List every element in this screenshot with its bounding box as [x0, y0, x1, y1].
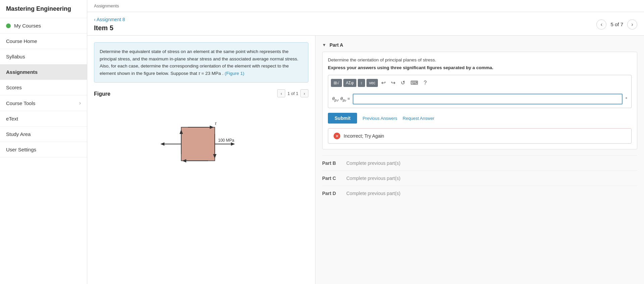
part-a-section: ▼ Part A Determine the orientation of pr… — [322, 42, 637, 149]
sidebar-item-scores[interactable]: Scores — [0, 80, 87, 95]
undo-button[interactable]: ↩ — [379, 78, 388, 88]
breadcrumb-text: Assignments — [94, 3, 119, 8]
svg-text:τ: τ — [215, 121, 217, 126]
stress-diagram: τ 100 MPa — [94, 105, 308, 179]
item-title: Item 5 — [94, 24, 125, 32]
svg-marker-9 — [231, 142, 235, 146]
degree-symbol: ° — [625, 96, 627, 102]
sidebar-item-etext[interactable]: eText — [0, 111, 87, 127]
item-header: ‹ Assignment 8 Item 5 ‹ 5 of 7 › — [87, 12, 644, 36]
sidebar-label-study-area: Study Area — [6, 131, 31, 137]
page-indicator: 5 of 7 — [609, 21, 625, 27]
part-a-label: Part A — [330, 42, 343, 48]
part-a-collapse-icon: ▼ — [322, 43, 326, 47]
next-page-button[interactable]: › — [627, 19, 637, 30]
prev-page-button[interactable]: ‹ — [596, 19, 606, 30]
problem-box: Determine the equivalent state of stress… — [94, 42, 308, 83]
part-a-instruction: Express your answers using three signifi… — [328, 65, 632, 70]
back-link-text: Assignment 8 — [97, 17, 125, 22]
svg-text:100 MPa: 100 MPa — [218, 138, 234, 143]
sidebar-item-study-area[interactable]: Study Area — [0, 127, 87, 142]
back-link[interactable]: ‹ Assignment 8 — [94, 17, 125, 22]
part-d-desc: Complete previous part(s) — [346, 191, 400, 196]
svg-rect-0 — [181, 127, 215, 161]
part-c-label: Part C — [322, 176, 342, 181]
content-area: ‹ Assignment 8 Item 5 ‹ 5 of 7 › Determi… — [87, 12, 644, 284]
answer-input-field[interactable] — [353, 94, 623, 104]
keyboard-button[interactable]: ⌨ — [408, 78, 420, 88]
item-header-left: ‹ Assignment 8 Item 5 — [94, 17, 125, 32]
matrix-button[interactable]: ⊞√ — [331, 79, 342, 87]
greek-button[interactable]: AΣφ — [343, 79, 356, 87]
part-b-section: Part B Complete previous part(s) — [322, 155, 637, 171]
sidebar-item-syllabus[interactable]: Syllabus — [0, 49, 87, 64]
math-input-label: θp₁, θp₂ = — [332, 96, 350, 102]
sidebar-label-syllabus: Syllabus — [6, 54, 25, 59]
help-button[interactable]: ? — [422, 78, 429, 88]
action-row: Submit Previous Answers Request Answer — [328, 113, 632, 124]
figure-title: Figure — [94, 91, 110, 97]
sidebar-label-course-home: Course Home — [6, 38, 37, 44]
main-content: Assignments ‹ Assignment 8 Item 5 ‹ 5 of… — [87, 0, 644, 284]
sidebar-label-course-tools: Course Tools — [6, 100, 35, 106]
incorrect-icon: ✕ — [334, 133, 340, 139]
svg-marker-7 — [160, 142, 164, 146]
app-title: Mastering Engineering — [0, 0, 87, 18]
right-panel[interactable]: ▼ Part A Determine the orientation of pr… — [315, 36, 644, 284]
figure-prev-button[interactable]: ‹ — [277, 89, 285, 97]
stress-diagram-svg: τ 100 MPa — [144, 109, 258, 176]
figure-next-button[interactable]: › — [300, 89, 308, 97]
math-toolbar: ⊞√ AΣφ ↕ vec ↩ ↪ ↺ ⌨ ? — [328, 75, 632, 90]
reset-button[interactable]: ↺ — [399, 78, 407, 88]
figure-counter: 1 of 1 — [287, 91, 298, 96]
part-a-header[interactable]: ▼ Part A — [322, 42, 637, 48]
active-dot — [6, 23, 11, 28]
figure-nav: ‹ 1 of 1 › — [277, 89, 308, 97]
arrows-button[interactable]: ↕ — [358, 79, 365, 87]
feedback-text: Incorrect; Try Again — [344, 133, 384, 139]
sidebar-label-my-courses: My Courses — [14, 23, 41, 29]
problem-text: Determine the equivalent state of stress… — [100, 49, 298, 76]
part-d-section: Part D Complete previous part(s) — [322, 186, 637, 201]
chevron-left-icon: ‹ — [94, 17, 96, 22]
part-b-label: Part B — [322, 160, 342, 166]
part-c-desc: Complete previous part(s) — [346, 176, 400, 181]
feedback-banner: ✕ Incorrect; Try Again — [328, 128, 632, 144]
sidebar-item-assignments[interactable]: Assignments — [0, 64, 87, 80]
part-d-label: Part D — [322, 191, 342, 196]
redo-button[interactable]: ↪ — [389, 78, 397, 88]
answer-input-row: θp₁, θp₂ = ° — [328, 90, 632, 108]
chevron-right-icon: › — [79, 100, 81, 106]
sidebar-label-scores: Scores — [6, 85, 22, 90]
part-b-desc: Complete previous part(s) — [346, 160, 400, 166]
sidebar-item-my-courses[interactable]: My Courses — [0, 18, 87, 34]
sidebar-label-etext: eText — [6, 116, 18, 122]
previous-answers-link[interactable]: Previous Answers — [362, 116, 397, 121]
vec-button[interactable]: vec — [366, 79, 378, 87]
split-panel: Determine the equivalent state of stress… — [87, 36, 644, 284]
left-panel: Determine the equivalent state of stress… — [87, 36, 315, 284]
part-c-section: Part C Complete previous part(s) — [322, 171, 637, 186]
submit-button[interactable]: Submit — [328, 113, 357, 124]
part-a-question: Determine the orientation of principal p… — [328, 57, 632, 62]
figure-section: Figure ‹ 1 of 1 › — [94, 89, 308, 179]
sidebar-label-assignments: Assignments — [6, 69, 38, 75]
breadcrumb: Assignments — [87, 0, 644, 12]
sidebar-item-course-tools[interactable]: Course Tools › — [0, 95, 87, 111]
part-a-content: Determine the orientation of principal p… — [322, 52, 637, 149]
sidebar-label-user-settings: User Settings — [6, 147, 36, 152]
sidebar: Mastering Engineering My Courses Course … — [0, 0, 87, 284]
sidebar-item-user-settings[interactable]: User Settings — [0, 142, 87, 157]
sidebar-item-course-home[interactable]: Course Home — [0, 34, 87, 49]
request-answer-link[interactable]: Request Answer — [403, 116, 435, 121]
pagination-controls: ‹ 5 of 7 › — [596, 19, 637, 30]
figure-link[interactable]: (Figure 1) — [225, 71, 244, 76]
